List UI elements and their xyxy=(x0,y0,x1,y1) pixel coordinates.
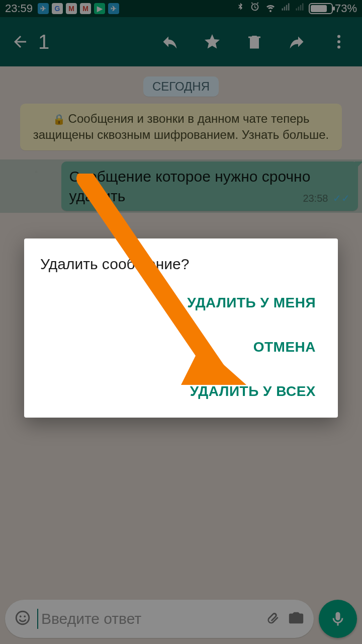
cancel-button[interactable]: ОТМЕНА xyxy=(250,335,319,359)
dialog-title: Удалить сообщение? xyxy=(40,256,322,273)
delete-for-me-button[interactable]: УДАЛИТЬ У МЕНЯ xyxy=(184,291,319,315)
delete-message-dialog: Удалить сообщение? УДАЛИТЬ У МЕНЯ ОТМЕНА… xyxy=(24,238,338,418)
delete-for-everyone-button[interactable]: УДАЛИТЬ У ВСЕХ xyxy=(187,379,319,404)
